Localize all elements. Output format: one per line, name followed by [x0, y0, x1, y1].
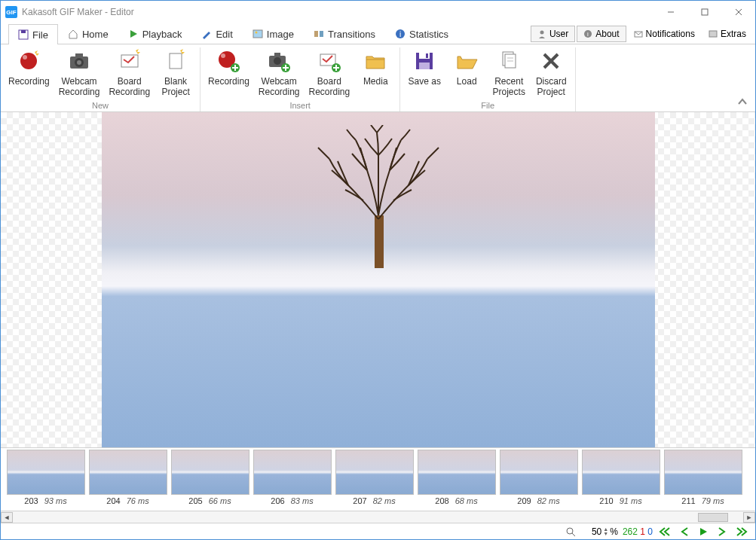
- insert-board-label: BoardRecording: [309, 76, 350, 98]
- home-icon: [68, 29, 78, 39]
- frame-duration: 83 ms: [291, 496, 314, 505]
- close-button[interactable]: [721, 1, 755, 23]
- save-icon: [18, 29, 29, 40]
- maximize-button[interactable]: [687, 1, 721, 23]
- frame-scrollbar[interactable]: ◄ ►: [1, 511, 755, 523]
- svg-point-17: [20, 53, 37, 69]
- svg-rect-8: [314, 31, 318, 37]
- tab-edit[interactable]: Edit: [191, 23, 242, 44]
- svg-rect-16: [709, 31, 717, 37]
- zoom-spinner[interactable]: ▲▼: [603, 527, 608, 536]
- frame-number: 205: [188, 496, 202, 505]
- tab-playback[interactable]: Playback: [118, 23, 192, 44]
- svg-point-21: [77, 60, 81, 65]
- total-frames: 262: [623, 526, 638, 537]
- ribbon-collapse-button[interactable]: [737, 96, 748, 107]
- media-button[interactable]: Media: [354, 47, 396, 99]
- frame-number: 203: [24, 496, 38, 505]
- titlebar: GIF Kakasoft GIF Maker - Editor: [1, 1, 755, 23]
- group-new-label: New: [92, 101, 109, 110]
- frame-203[interactable]: 20393 ms: [5, 448, 86, 511]
- load-button[interactable]: Load: [445, 47, 488, 99]
- frame-205[interactable]: 20566 ms: [170, 448, 250, 511]
- save-as-label: Save as: [409, 76, 441, 87]
- user-button[interactable]: User: [531, 26, 575, 42]
- about-icon: i: [583, 29, 592, 38]
- frame-number: 211: [681, 496, 695, 505]
- frame-207[interactable]: 20782 ms: [334, 448, 415, 511]
- status-bar: ▲▼ % 262 1 0: [1, 523, 755, 539]
- discard-project-button[interactable]: DiscardProject: [530, 47, 572, 99]
- scroll-right-button[interactable]: ►: [743, 512, 755, 523]
- scroll-thumb[interactable]: [698, 513, 728, 522]
- documents-icon: [497, 49, 521, 73]
- blank-project-button[interactable]: BlankProject: [155, 47, 197, 99]
- frame-210[interactable]: 21091 ms: [580, 448, 661, 511]
- extras-button[interactable]: Extras: [702, 26, 752, 42]
- tab-home[interactable]: Home: [58, 23, 118, 44]
- frame-thumb: [7, 450, 85, 495]
- frame-208[interactable]: 20868 ms: [416, 448, 497, 511]
- frame-duration: 91 ms: [620, 496, 642, 505]
- frame-duration: 82 ms: [373, 496, 396, 505]
- next-frame-button[interactable]: [715, 527, 728, 536]
- frame-number: 209: [517, 496, 531, 505]
- frame-209[interactable]: 20982 ms: [498, 448, 579, 511]
- insert-webcam-label: WebcamRecording: [259, 76, 300, 98]
- zoom-control[interactable]: ▲▼ %: [580, 526, 618, 537]
- frame-211[interactable]: 21179 ms: [663, 448, 743, 511]
- image-icon: [253, 29, 263, 39]
- prev-frame-button[interactable]: [678, 527, 692, 536]
- save-as-button[interactable]: Save as: [403, 47, 445, 99]
- ribbon-group-file: Save as Load RecentProjects DiscardProje…: [400, 47, 576, 111]
- about-button[interactable]: i About: [577, 26, 626, 42]
- top-right-buttons: User i About Notifications Extras: [529, 23, 755, 44]
- board-recording-button[interactable]: BoardRecording: [104, 47, 155, 99]
- discard-project-label: DiscardProject: [536, 76, 567, 98]
- recent-projects-button[interactable]: RecentProjects: [488, 47, 530, 99]
- discard-icon: [539, 49, 563, 73]
- tab-file-label: File: [32, 29, 48, 41]
- play-button[interactable]: [696, 527, 710, 536]
- tab-statistics-label: Statistics: [409, 29, 448, 40]
- board-icon: [118, 49, 142, 73]
- scroll-track[interactable]: [13, 512, 743, 523]
- first-frame-button[interactable]: [657, 527, 674, 536]
- extras-label: Extras: [721, 29, 746, 39]
- canvas-area[interactable]: [1, 112, 755, 447]
- svg-line-55: [572, 533, 575, 536]
- frame-thumb: [171, 450, 249, 495]
- frame-strip: 20393 ms20476 ms20566 ms20683 ms20782 ms…: [1, 447, 755, 511]
- frame-204[interactable]: 20476 ms: [87, 448, 168, 511]
- minimize-button[interactable]: [653, 1, 687, 23]
- pencil-icon: [201, 29, 212, 39]
- app-logo: GIF: [5, 6, 17, 18]
- frame-thumb: [253, 450, 332, 495]
- insert-board-button[interactable]: BoardRecording: [305, 47, 355, 99]
- svg-rect-36: [419, 63, 430, 69]
- info-icon: i: [395, 29, 406, 39]
- svg-text:i: i: [587, 31, 589, 38]
- frame-duration: 93 ms: [44, 496, 67, 505]
- folder-open-icon: [455, 49, 479, 73]
- svg-rect-6: [253, 30, 262, 38]
- tab-transitions[interactable]: Transitions: [304, 23, 385, 44]
- insert-webcam-button[interactable]: WebcamRecording: [254, 47, 305, 99]
- blank-project-label: BlankProject: [161, 76, 189, 98]
- frame-thumb: [664, 450, 742, 495]
- notifications-button[interactable]: Notifications: [628, 26, 701, 42]
- svg-point-29: [274, 57, 281, 65]
- selected-frames: 1: [640, 526, 645, 537]
- insert-recording-button[interactable]: Recording: [204, 47, 254, 99]
- tab-statistics[interactable]: i Statistics: [385, 23, 458, 44]
- extras-icon: [709, 29, 718, 38]
- scroll-left-button[interactable]: ◄: [1, 512, 13, 523]
- webcam-recording-button[interactable]: WebcamRecording: [54, 47, 105, 99]
- recording-button[interactable]: Recording: [4, 47, 54, 99]
- frame-206[interactable]: 20683 ms: [252, 448, 332, 511]
- tab-image[interactable]: Image: [243, 23, 304, 44]
- zoom-input[interactable]: [580, 526, 601, 537]
- last-frame-button[interactable]: [733, 527, 749, 536]
- folder-icon: [363, 49, 387, 73]
- tab-file[interactable]: File: [8, 24, 58, 44]
